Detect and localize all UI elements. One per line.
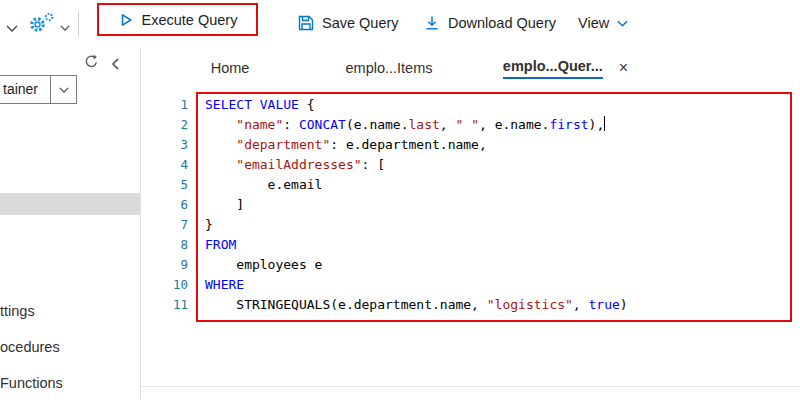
code-text: "emailAddresses": [: [205, 155, 385, 175]
results-pane-divider[interactable]: [141, 386, 800, 387]
container-select-dropdown[interactable]: [50, 76, 76, 103]
code-token: SELECT VALUE: [205, 97, 299, 112]
download-query-label: Download Query: [448, 15, 556, 31]
settings-chevron[interactable]: [60, 13, 70, 43]
code-line[interactable]: 7}: [141, 215, 800, 235]
code-token: [205, 117, 236, 132]
code-line[interactable]: 6 ]: [141, 195, 800, 215]
selected-tree-item[interactable]: [0, 193, 140, 215]
code-line[interactable]: 1SELECT VALUE {: [141, 95, 800, 115]
code-token: STRINGEQUALS(e.department.name,: [205, 297, 487, 312]
code-line[interactable]: 11 STRINGEQUALS(e.department.name, "logi…: [141, 295, 800, 315]
chevron-down-icon: [617, 20, 628, 27]
collapse-sidebar-button[interactable]: [111, 56, 119, 74]
chevron-left-icon: [111, 58, 119, 70]
tab-label: Home: [211, 60, 250, 76]
sidebar-tree-item[interactable]: Functions: [0, 375, 63, 395]
execute-query-label: Execute Query: [142, 12, 238, 28]
code-token: true: [589, 297, 620, 312]
code-line[interactable]: 3 "department": e.department.name,: [141, 135, 800, 155]
code-token: ): [620, 297, 628, 312]
close-tab-icon[interactable]: ×: [619, 60, 628, 76]
code-token: ,: [573, 297, 589, 312]
view-menu-button[interactable]: View: [578, 8, 628, 38]
code-text: e.email: [205, 175, 322, 195]
sidebar-tree-item[interactable]: ocedures: [0, 339, 60, 359]
code-text: "name": CONCAT(e.name.last, " ", e.name.…: [205, 115, 605, 135]
code-text: STRINGEQUALS(e.department.name, "logisti…: [205, 295, 628, 315]
code-text: ]: [205, 195, 244, 215]
code-text: employees e: [205, 255, 322, 275]
line-number: 3: [141, 135, 188, 155]
code-line[interactable]: 8FROM: [141, 235, 800, 255]
code-token: ,: [440, 117, 456, 132]
tab-emplo-items[interactable]: emplo...Items: [305, 47, 473, 89]
code-line[interactable]: 2 "name": CONCAT(e.name.last, " ", e.nam…: [141, 115, 800, 135]
text-cursor: [604, 116, 605, 131]
line-number: 2: [141, 115, 188, 135]
code-token: " ": [456, 117, 479, 132]
toolbar-divider: [78, 11, 79, 36]
code-token: employees e: [205, 257, 322, 272]
line-number: 6: [141, 195, 188, 215]
code-token: , e.name.: [479, 117, 549, 132]
query-editor[interactable]: 1SELECT VALUE {2 "name": CONCAT(e.name.l…: [141, 89, 800, 400]
code-token: "emailAddresses": [236, 157, 361, 172]
code-token: ),: [589, 117, 605, 132]
code-line[interactable]: 10WHERE: [141, 275, 800, 295]
code-line[interactable]: 5 e.email: [141, 175, 800, 195]
code-token: last: [409, 117, 440, 132]
code-text: FROM: [205, 235, 236, 255]
view-label: View: [578, 15, 609, 31]
code-token: {: [299, 97, 315, 112]
sidebar-tree-item[interactable]: ttings: [0, 303, 35, 323]
tab-label: emplo...Quer...: [503, 58, 603, 79]
code-token: [205, 157, 236, 172]
line-number: 10: [141, 275, 188, 295]
play-icon: [118, 12, 134, 28]
code-token: }: [205, 217, 213, 232]
code-token: "logistics": [487, 297, 573, 312]
save-query-label: Save Query: [322, 15, 399, 31]
code-text: "department": e.department.name,: [205, 135, 487, 155]
line-number: 5: [141, 175, 188, 195]
resource-tree-sidebar: tainer ttingsoceduresFunctions: [0, 47, 141, 400]
line-number: 7: [141, 215, 188, 235]
command-bar: Execute Query Save Query Download Query …: [0, 0, 800, 48]
line-number: 8: [141, 235, 188, 255]
settings-button[interactable]: [28, 13, 58, 35]
code-token: [205, 137, 236, 152]
download-icon: [424, 15, 440, 31]
line-number: 4: [141, 155, 188, 175]
code-token: CONCAT: [299, 117, 346, 132]
download-query-button[interactable]: Download Query: [424, 8, 556, 38]
code-token: : [: [362, 157, 385, 172]
save-icon: [298, 15, 314, 31]
container-select[interactable]: tainer: [0, 75, 77, 104]
more-commands-chevron[interactable]: [6, 13, 18, 43]
chevron-down-icon: [60, 25, 70, 31]
code-line[interactable]: 9 employees e: [141, 255, 800, 275]
editor-lines: 1SELECT VALUE {2 "name": CONCAT(e.name.l…: [141, 95, 800, 315]
tab-label: emplo...Items: [345, 60, 432, 76]
execute-query-button[interactable]: Execute Query: [97, 3, 258, 36]
line-number: 1: [141, 95, 188, 115]
refresh-button[interactable]: [84, 54, 99, 73]
code-line[interactable]: 4 "emailAddresses": [: [141, 155, 800, 175]
tab-emplo-quer-[interactable]: emplo...Quer...×: [473, 47, 658, 89]
code-token: e.email: [205, 177, 322, 192]
chevron-down-icon: [6, 25, 18, 32]
code-token: WHERE: [205, 277, 244, 292]
code-token: first: [549, 117, 588, 132]
chevron-down-icon: [59, 87, 69, 93]
code-text: SELECT VALUE {: [205, 95, 315, 115]
main-content: Homeemplo...Itemsemplo...Quer...× 1SELEC…: [141, 47, 800, 400]
save-query-button[interactable]: Save Query: [298, 8, 399, 38]
line-number: 9: [141, 255, 188, 275]
code-token: "department": [236, 137, 330, 152]
code-token: "name": [236, 117, 283, 132]
gear-small-icon: [43, 11, 55, 23]
refresh-icon: [84, 54, 99, 69]
code-text: }: [205, 215, 213, 235]
tab-home[interactable]: Home: [155, 47, 305, 89]
